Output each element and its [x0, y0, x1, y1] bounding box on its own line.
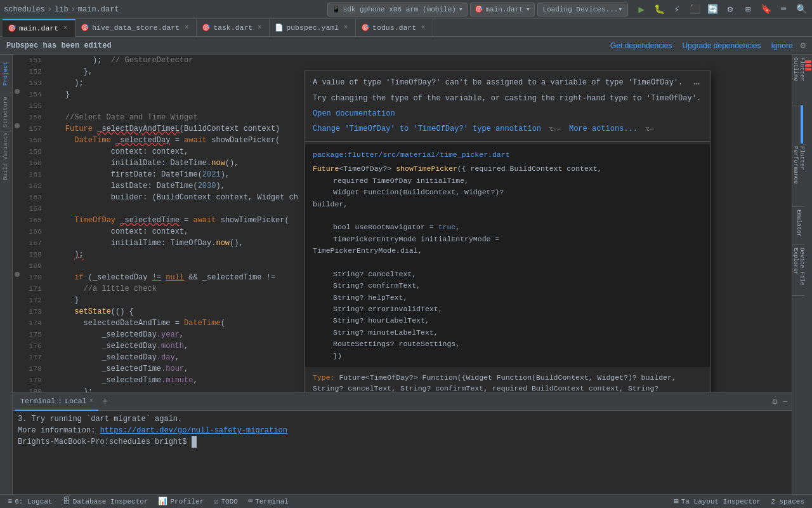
open-documentation-link[interactable]: Open documentation	[313, 109, 395, 118]
left-icon-structure[interactable]: Structure	[0, 93, 11, 131]
stop-button[interactable]: ⬛	[688, 3, 702, 17]
tab-todus-icon: 🎯	[361, 23, 370, 32]
dart-icon: 🎯	[475, 5, 483, 13]
more-actions-kbd: ⌥⏎	[645, 125, 653, 133]
logcat-icon: ≡	[8, 497, 12, 506]
tab-task-close[interactable]: ×	[255, 23, 264, 32]
popup-type-signature: Type: Future<TimeOfDay?> Function({Widge…	[305, 367, 710, 392]
tab-task[interactable]: 🎯 task.dart ×	[197, 19, 270, 37]
tab-pubspec-close[interactable]: ×	[341, 23, 350, 32]
bottom-tab-terminal-close[interactable]: ×	[89, 398, 93, 404]
debug-button[interactable]: 🐛	[652, 3, 666, 17]
profiler-status[interactable]: 📊 Profiler	[155, 495, 206, 508]
file-chevron-icon: ▾	[526, 5, 530, 13]
popup-menu-button[interactable]: ⋯	[691, 77, 702, 90]
terminal-status-icon: ⌨	[248, 497, 252, 506]
tab-todus-label: todus.dart	[372, 23, 416, 32]
popup-header: A value of type 'TimeOfDay?' can't be as…	[305, 71, 710, 93]
change-annotation-kbd: ⌥⇧⏎	[549, 125, 561, 133]
loading-chevron: ▾	[618, 5, 622, 13]
terminal-line-3: Brights-MacBook-Pro:schedules bright$	[18, 436, 787, 448]
error-mark-1	[805, 60, 811, 63]
db-inspector-status[interactable]: 🗄 Database Inspector	[60, 495, 151, 508]
bottom-tab-add-button[interactable]: +	[98, 396, 112, 408]
logcat-status[interactable]: ≡ 6: Logcat	[5, 495, 55, 508]
bookmark-button[interactable]: 🔖	[759, 3, 773, 17]
db-inspector-label: Database Inspector	[73, 498, 148, 505]
toolbar-actions: ▶ 🐛 ⚡ ⬛ 🔄 ⚙ ⊞ 🔖 ⌨ 🔍	[634, 3, 808, 17]
tab-pubspec-label: pubspec.yaml	[286, 23, 339, 32]
device-file-explorer-panel[interactable]: Device File Explorer	[792, 245, 804, 296]
popup-signature: Future<TimeOfDay?> showTimePicker({ requ…	[313, 163, 702, 362]
tab-main-dart-label: main.dart	[19, 24, 58, 32]
terminal-content[interactable]: 3. Try running `dart migrate` again. Mor…	[13, 411, 792, 494]
layout-inspector-icon: ⊞	[674, 497, 679, 506]
ignore-btn[interactable]: Ignore	[769, 40, 796, 51]
popup-change-actions: Change 'TimeOfDay' to 'TimeOfDay?' type …	[305, 123, 710, 138]
error-stripe	[804, 55, 812, 494]
popup-package: package:flutter/src/material/time_picker…	[313, 149, 702, 161]
run-button[interactable]: ▶	[634, 3, 648, 17]
terminal-status[interactable]: ⌨ Terminal	[246, 495, 291, 508]
left-icon-project[interactable]: Project	[0, 55, 11, 93]
sync-button[interactable]: 🔄	[705, 3, 719, 17]
emulator-panel[interactable]: Emulator	[792, 207, 804, 245]
flutter-outline-panel[interactable]: Flutter Outline	[792, 55, 804, 105]
breadcrumb-lib[interactable]: lib	[55, 5, 69, 14]
tab-hive-close[interactable]: ×	[182, 23, 191, 32]
db-icon: 🗄	[63, 497, 70, 506]
device-selector[interactable]: 📱 sdk gphone x86 arm (mobile) ▾	[327, 3, 468, 17]
tab-hive-data[interactable]: 🎯 hive_data_store.dart ×	[75, 19, 197, 37]
attach-button[interactable]: ⚡	[670, 3, 684, 17]
code-editor[interactable]: 151 ); // GestureDetector 152 }, 153 ); …	[13, 55, 792, 392]
flutter-performance-stripe	[801, 105, 803, 144]
spaces-status[interactable]: 2 spaces	[768, 495, 807, 508]
tabs-bar: 🎯 main.dart × 🎯 hive_data_store.dart × 🎯…	[0, 19, 812, 37]
tab-main-dart-icon: 🎯	[8, 24, 16, 32]
search-button[interactable]: 🔍	[794, 3, 808, 17]
right-sidebar: Flutter Outline Flutter Performance Emul…	[792, 55, 804, 494]
tab-todus-close[interactable]: ×	[419, 23, 428, 32]
terminal-button[interactable]: ⌨	[776, 3, 790, 17]
tab-main-dart-close[interactable]: ×	[61, 24, 70, 33]
editor-area: 151 ); // GestureDetector 152 }, 153 ); …	[13, 55, 792, 494]
layout-inspector-label: Ta Layout Inspector	[681, 498, 761, 505]
breadcrumb-file[interactable]: main.dart	[78, 5, 119, 14]
flutter-performance-panel[interactable]: Flutter Performance	[792, 144, 804, 207]
breadcrumb-sep1: ›	[48, 5, 52, 14]
tab-task-icon: 🎯	[202, 23, 211, 32]
bottom-tab-terminal[interactable]: Terminal : Local ×	[15, 393, 98, 411]
terminal-line-2: More information: https://dart.dev/go/nu…	[18, 425, 787, 436]
bottom-panel-close-icon[interactable]: −	[782, 396, 789, 408]
bottom-panel-settings-icon[interactable]: ⚙	[771, 395, 778, 408]
file-selector[interactable]: 🎯 main.dart ▾	[470, 3, 535, 17]
notif-settings-icon[interactable]: ⚙	[801, 40, 806, 51]
left-icon-build[interactable]: Build Variants	[0, 131, 11, 182]
terminal-line-1: 3. Try running `dart migrate` again.	[18, 413, 787, 425]
layout-inspector-status[interactable]: ⊞ Ta Layout Inspector	[672, 495, 764, 508]
upgrade-dependencies-btn[interactable]: Upgrade dependencies	[679, 40, 763, 51]
get-dependencies-btn[interactable]: Get dependencies	[608, 40, 674, 51]
change-annotation-link[interactable]: Change 'TimeOfDay' to 'TimeOfDay?' type …	[313, 124, 541, 133]
notification-bar: Pubspec has been edited Get dependencies…	[0, 37, 812, 55]
settings-button[interactable]: ⚙	[723, 3, 737, 17]
breadcrumb-sep2: ›	[71, 5, 75, 14]
layout-button[interactable]: ⊞	[741, 3, 755, 17]
more-actions-link[interactable]: More actions...	[569, 124, 638, 133]
notif-message: Pubspec has been edited	[6, 41, 112, 50]
loading-devices-btn[interactable]: Loading Devices... ▾	[537, 3, 628, 17]
error-popup: A value of type 'TimeOfDay?' can't be as…	[304, 70, 710, 392]
code-line-151: 151 ); // GestureDetector	[13, 55, 792, 66]
device-selector-label: sdk gphone x86 arm (mobile)	[343, 6, 456, 13]
todo-status[interactable]: ☑ TODO	[211, 495, 240, 508]
spaces-label: 2 spaces	[771, 498, 804, 505]
bottom-tab-local-label: Local	[65, 397, 87, 405]
tab-todus[interactable]: 🎯 todus.dart ×	[356, 19, 433, 37]
breadcrumb-schedules[interactable]: schedules	[4, 5, 45, 14]
tab-pubspec[interactable]: 📄 pubspec.yaml ×	[270, 19, 356, 37]
breadcrumb: schedules › lib › main.dart	[4, 5, 119, 14]
tab-task-label: task.dart	[213, 23, 252, 32]
bottom-tabs-bar: Terminal : Local × + ⚙ −	[13, 393, 792, 411]
terminal-migration-link[interactable]: https://dart.dev/go/null-safety-migratio…	[100, 426, 287, 435]
tab-main-dart[interactable]: 🎯 main.dart ×	[3, 19, 75, 37]
